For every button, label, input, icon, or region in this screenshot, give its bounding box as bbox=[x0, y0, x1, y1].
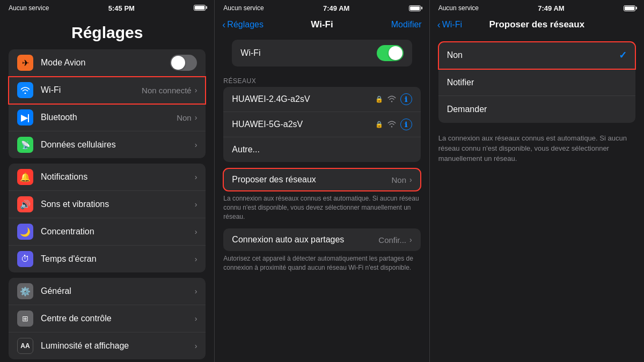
cell-donnees[interactable]: 📡 Données cellulaires › bbox=[9, 131, 206, 158]
proposer-back-btn[interactable]: ‹ Wi-Fi bbox=[437, 20, 462, 29]
proposer-back-label: Wi-Fi bbox=[442, 20, 462, 29]
centre-controle-label: Centre de contrôle bbox=[41, 314, 112, 323]
temps-ecran-chevron: › bbox=[195, 255, 197, 263]
wifi-chevron: › bbox=[195, 86, 197, 94]
wifi-toggle-label: Wi-Fi bbox=[240, 48, 376, 58]
cell-sons[interactable]: 🔊 Sons et vibrations › bbox=[9, 191, 206, 218]
cell-centre-controle-content: Centre de contrôle › bbox=[41, 314, 197, 323]
airplane-icon: ✈ bbox=[17, 55, 33, 71]
option-demander[interactable]: Demander bbox=[438, 96, 635, 123]
wifi-signal-24g bbox=[387, 95, 396, 104]
cell-temps-ecran[interactable]: ⏱ Temps d'écran › bbox=[9, 246, 206, 272]
status-icons-3 bbox=[624, 5, 635, 11]
cell-mode-avion-content: Mode Avion bbox=[41, 55, 197, 71]
donnees-label: Données cellulaires bbox=[41, 140, 116, 150]
propose-cell[interactable]: Proposer des réseaux Non › bbox=[223, 168, 420, 191]
connexion-auto-value: Confir... bbox=[378, 235, 406, 245]
mode-avion-toggle[interactable] bbox=[170, 55, 197, 71]
concentration-label: Concentration bbox=[41, 227, 94, 237]
temps-ecran-label: Temps d'écran bbox=[41, 254, 97, 264]
battery-icon-2 bbox=[409, 5, 421, 11]
temps-ecran-icon: ⏱ bbox=[17, 251, 33, 267]
luminosite-chevron: › bbox=[195, 342, 197, 350]
cell-centre-controle[interactable]: ⊞ Centre de contrôle › bbox=[9, 305, 206, 333]
cell-concentration-content: Concentration › bbox=[41, 227, 197, 237]
centre-controle-chevron: › bbox=[195, 314, 197, 323]
concentration-chevron: › bbox=[195, 227, 197, 236]
status-bar-3: Aucun service 7:49 AM bbox=[430, 0, 644, 15]
wifi-toggle-group: Wi-Fi bbox=[223, 40, 420, 67]
network-5g-icons: 🔒 ℹ bbox=[375, 119, 412, 130]
connexion-auto-desc: Autorisez cet appareil à détecter automa… bbox=[215, 251, 429, 272]
cell-mode-avion[interactable]: ✈ Mode Avion bbox=[9, 49, 206, 77]
propose-right: Non › bbox=[391, 175, 412, 184]
concentration-icon: 🌙 bbox=[17, 224, 33, 240]
group-system: ⚙️ Général › ⊞ Centre de contrôle › AA bbox=[9, 278, 206, 359]
sons-icon: 🔊 bbox=[17, 196, 33, 212]
connexion-auto-label: Connexion auto aux partages bbox=[232, 235, 344, 245]
propose-label: Proposer des réseaux bbox=[232, 175, 316, 184]
wifi-title: Wi-Fi bbox=[311, 19, 333, 30]
wifi-toggle-row[interactable]: Wi-Fi bbox=[232, 40, 412, 67]
option-demander-label: Demander bbox=[447, 105, 627, 114]
option-non-label: Non bbox=[447, 50, 619, 60]
network-autre[interactable]: Autre... bbox=[223, 137, 420, 162]
cell-bluetooth[interactable]: ▶| Bluetooth Non › bbox=[9, 104, 206, 131]
group-connectivity: ✈ Mode Avion Wi-Fi bbox=[9, 49, 206, 158]
proposer-desc: La connexion aux réseaux connus est auto… bbox=[430, 128, 644, 164]
proposer-title: Proposer des réseaux bbox=[489, 19, 584, 30]
option-non[interactable]: Non ✓ bbox=[438, 42, 635, 69]
cell-general-content: Général › bbox=[41, 286, 197, 296]
luminosite-label: Luminosité et affichage bbox=[41, 341, 129, 351]
status-time-2: 7:49 AM bbox=[323, 4, 349, 12]
cell-general[interactable]: ⚙️ Général › bbox=[9, 278, 206, 305]
status-icons-2 bbox=[409, 5, 421, 11]
cell-notifications[interactable]: 🔔 Notifications › bbox=[9, 164, 206, 191]
wifi-label: Wi-Fi bbox=[41, 85, 61, 95]
connexion-auto-group: Connexion auto aux partages Confir... › … bbox=[215, 228, 429, 272]
network-autre-name: Autre... bbox=[232, 145, 412, 154]
proposer-list: Non ✓ Notifier Demander La connexion aux… bbox=[430, 36, 644, 362]
wifi-value: Non connecté › bbox=[142, 86, 197, 95]
network-24g-name: HUAWEI-2.4G-a2sV bbox=[232, 94, 375, 104]
cell-luminosite[interactable]: AA Luminosité et affichage › bbox=[9, 333, 206, 359]
bluetooth-label: Bluetooth bbox=[41, 113, 77, 122]
status-time-1: 5:45 PM bbox=[108, 4, 135, 12]
network-5g[interactable]: HUAWEI-5G-a2sV 🔒 ℹ bbox=[223, 112, 420, 137]
luminosite-icon: AA bbox=[17, 338, 33, 354]
option-non-check: ✓ bbox=[619, 49, 627, 61]
wifi-toggle-thumb bbox=[389, 46, 402, 60]
wifi-signal-5g bbox=[387, 120, 396, 129]
reseaux-section-label: RÉSEAUX bbox=[215, 73, 429, 87]
network-24g[interactable]: HUAWEI-2.4G-a2sV 🔒 ℹ bbox=[223, 87, 420, 112]
notifications-icon: 🔔 bbox=[17, 169, 33, 185]
cell-bluetooth-content: Bluetooth Non › bbox=[41, 113, 197, 122]
group-notifications: 🔔 Notifications › 🔊 Sons et vibrations › bbox=[9, 164, 206, 272]
proposer-options-group: Non ✓ Notifier Demander bbox=[438, 42, 635, 123]
cell-wifi-content: Wi-Fi Non connecté › bbox=[41, 85, 197, 95]
networks-group: HUAWEI-2.4G-a2sV 🔒 ℹ HUAWEI-5G-a2sV bbox=[223, 87, 420, 162]
propose-value: Non bbox=[391, 175, 406, 184]
wifi-modifier-btn[interactable]: Modifier bbox=[391, 20, 422, 29]
page-title-reglages: Réglages bbox=[0, 20, 214, 47]
wifi-back-label: Réglages bbox=[227, 20, 264, 29]
cell-luminosite-content: Luminosité et affichage › bbox=[41, 341, 197, 351]
notifications-chevron: › bbox=[195, 173, 197, 181]
reglages-header: Réglages bbox=[0, 15, 214, 49]
cell-wifi[interactable]: Wi-Fi Non connecté › bbox=[9, 77, 206, 104]
option-notifier[interactable]: Notifier bbox=[438, 69, 635, 96]
cell-sons-content: Sons et vibrations › bbox=[41, 200, 197, 209]
info-btn-5g[interactable]: ℹ bbox=[400, 119, 412, 130]
wifi-back-btn[interactable]: ‹ Réglages bbox=[222, 20, 264, 29]
connexion-auto-cell[interactable]: Connexion auto aux partages Confir... › bbox=[223, 228, 420, 251]
info-btn-24g[interactable]: ℹ bbox=[400, 93, 412, 105]
centre-controle-icon: ⊞ bbox=[17, 311, 33, 327]
donnees-chevron-icon: › bbox=[195, 141, 197, 149]
propose-desc: La connexion aux réseaux connus est auto… bbox=[215, 191, 429, 221]
status-carrier-2: Aucun service bbox=[223, 4, 264, 12]
cell-concentration[interactable]: 🌙 Concentration › bbox=[9, 218, 206, 246]
back-chevron: ‹ bbox=[222, 20, 225, 29]
back-chevron-3: ‹ bbox=[437, 20, 441, 29]
wifi-toggle[interactable] bbox=[377, 45, 404, 61]
cellular-icon: 📡 bbox=[17, 137, 33, 153]
